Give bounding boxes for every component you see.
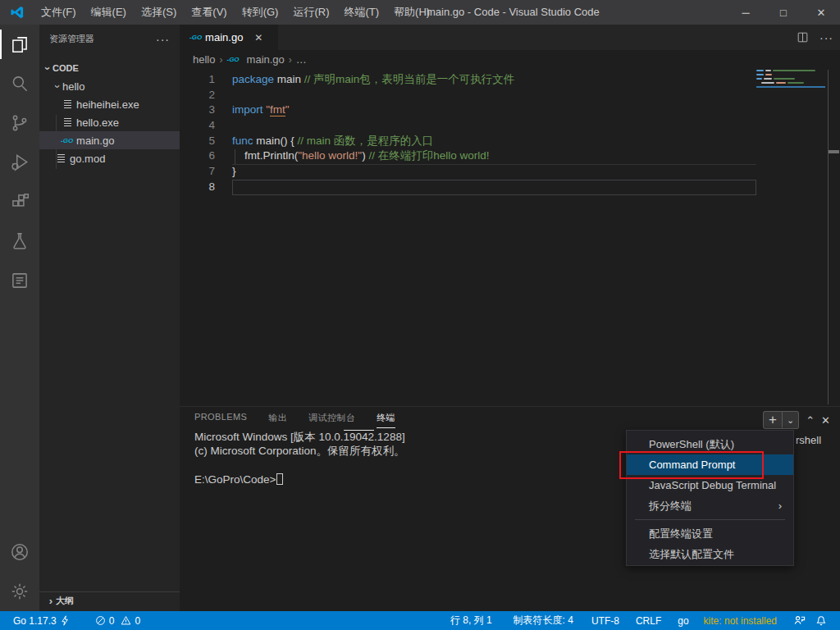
status-language[interactable]: go: [673, 615, 693, 627]
maximize-button[interactable]: □: [765, 0, 802, 25]
code-lines: package main // 声明main包，表明当前是一个可执行文件impo…: [232, 72, 756, 195]
file-icon: [64, 100, 71, 108]
account-icon[interactable]: [0, 532, 39, 572]
go-file-icon: -GO: [226, 56, 239, 63]
menu-item-command-prompt[interactable]: Command Prompt: [627, 454, 793, 475]
breadcrumb-hello[interactable]: hello: [193, 53, 215, 66]
menu-item-split-terminal[interactable]: 拆分终端 ›: [627, 495, 793, 516]
breadcrumb-main-go[interactable]: main.go: [247, 53, 285, 66]
terminal-profile-dropdown-icon[interactable]: ⌄: [782, 412, 798, 428]
menu-item-select-default-profile[interactable]: 选择默认配置文件: [627, 544, 793, 564]
line-number: 5: [180, 134, 232, 149]
source-control-icon[interactable]: [0, 103, 39, 143]
testing-icon[interactable]: [0, 221, 39, 261]
extensions-icon[interactable]: [0, 182, 39, 221]
menu-run[interactable]: 运行(R): [285, 0, 336, 25]
file-tree: › hello heiheihei.exe hello.exe -GO main…: [39, 77, 180, 167]
minimap[interactable]: [756, 70, 825, 88]
breadcrumb: hello › -GO main.go › …: [180, 50, 840, 69]
terminal-line: E:\GoPro\Code>: [194, 472, 405, 486]
status-tab-size[interactable]: 制表符长度: 4: [509, 614, 578, 628]
menu-terminal[interactable]: 终端(T): [336, 0, 386, 25]
line-number: 3: [180, 103, 232, 118]
line-number: 4: [180, 118, 232, 134]
tab-terminal[interactable]: 终端: [377, 412, 395, 428]
code-line[interactable]: import "fmt": [232, 103, 756, 118]
maximize-panel-icon[interactable]: ⌃: [806, 414, 815, 427]
code-line[interactable]: package main // 声明main包，表明当前是一个可执行文件: [232, 72, 756, 88]
breadcrumb-symbol[interactable]: …: [296, 53, 307, 66]
sidebar-title: 资源管理器: [49, 33, 94, 45]
close-window-button[interactable]: ✕: [802, 0, 840, 25]
terminal-output[interactable]: Microsoft Windows [版本 10.0.19042.1288](c…: [194, 430, 405, 486]
menu-item-powershell[interactable]: PowerShell (默认): [627, 434, 793, 454]
tab-output[interactable]: 输出: [268, 412, 287, 428]
terminal-profile-menu: PowerShell (默认) Command Prompt JavaScrip…: [626, 430, 794, 566]
minimize-button[interactable]: ─: [727, 0, 765, 25]
tree-item-main-go[interactable]: -GO main.go: [39, 131, 180, 149]
code-line[interactable]: }: [232, 164, 756, 180]
run-debug-icon[interactable]: [0, 143, 39, 182]
menu-item-configure-terminal[interactable]: 配置终端设置: [627, 523, 793, 544]
close-tab-icon[interactable]: ✕: [254, 32, 262, 43]
status-encoding[interactable]: UTF-8: [587, 615, 624, 627]
file-label: hello.exe: [76, 116, 119, 129]
tree-item-hello-folder[interactable]: › hello: [39, 77, 180, 95]
tree-item-heiheihei-exe[interactable]: heiheihei.exe: [39, 95, 180, 113]
lightning-icon: [60, 615, 71, 626]
file-label: heiheihei.exe: [76, 98, 139, 111]
chevron-right-icon: ›: [289, 54, 292, 66]
section-code-label: CODE: [52, 63, 79, 73]
tab-debug-console[interactable]: 调试控制台: [308, 412, 355, 428]
editor-gutter: 12345678: [180, 72, 232, 195]
code-line[interactable]: [232, 118, 756, 134]
settings-gear-icon[interactable]: [0, 572, 39, 611]
menu-file[interactable]: 文件(F): [34, 0, 84, 25]
menu-divider: [635, 519, 785, 520]
tree-item-hello-exe[interactable]: hello.exe: [39, 113, 180, 131]
new-terminal-split-button[interactable]: + ⌄: [763, 411, 799, 429]
line-number: 2: [180, 88, 232, 103]
code-line[interactable]: func main() { // main 函数，是程序的入口: [232, 134, 756, 149]
menu-item-js-debug-terminal[interactable]: JavaScript Debug Terminal: [627, 475, 793, 495]
go-file-icon: -GO: [189, 34, 202, 41]
feedback-icon[interactable]: [788, 614, 810, 627]
error-count: 0: [109, 615, 115, 627]
status-problems[interactable]: 0 0: [90, 615, 145, 627]
split-editor-icon[interactable]: [796, 30, 810, 44]
error-icon: [95, 615, 106, 626]
status-eol[interactable]: CRLF: [631, 615, 666, 627]
status-go-version[interactable]: Go 1.17.3: [8, 615, 75, 627]
overview-ruler[interactable]: [828, 70, 840, 404]
menu-selection[interactable]: 选择(S): [134, 0, 184, 25]
code-line[interactable]: fmt.Println("hello world!") // 在终端打印hell…: [232, 148, 756, 164]
code-editor[interactable]: 12345678 package main // 声明main包，表明当前是一个…: [180, 69, 840, 406]
sidebar-more-actions-icon[interactable]: ···: [156, 33, 170, 46]
menu-edit[interactable]: 编辑(E): [84, 0, 134, 25]
file-label: go.mod: [70, 153, 105, 165]
status-kite[interactable]: kite: not installed: [699, 615, 782, 627]
menu-go[interactable]: 转到(G): [235, 0, 286, 25]
editor-more-actions-icon[interactable]: ···: [819, 31, 833, 44]
notifications-bell-icon[interactable]: [810, 615, 832, 627]
submenu-arrow-icon: ›: [778, 495, 782, 516]
status-cursor-position[interactable]: 行 8, 列 1: [445, 614, 497, 628]
chevron-down-icon: ›: [42, 63, 54, 73]
explorer-icon[interactable]: [0, 25, 39, 64]
tab-main-go[interactable]: -GO main.go ✕: [180, 25, 278, 50]
menu-view[interactable]: 查看(V): [184, 0, 234, 25]
section-code[interactable]: › CODE: [39, 59, 180, 77]
tab-bar: -GO main.go ✕ ···: [180, 25, 840, 50]
status-bar: Go 1.17.3 0 0 行 8, 列 1 制表符长度: 4 UTF-8 CR…: [0, 611, 840, 630]
tab-problems[interactable]: PROBLEMS: [194, 412, 247, 428]
new-terminal-icon[interactable]: +: [764, 412, 782, 428]
terminal-line: Microsoft Windows [版本 10.0.19042.1288]: [194, 430, 405, 444]
code-line[interactable]: [232, 180, 756, 195]
code-line[interactable]: [232, 88, 756, 103]
output-list-icon[interactable]: [0, 261, 39, 300]
section-outline[interactable]: › 大纲: [39, 591, 180, 609]
tree-item-go-mod[interactable]: go.mod: [39, 149, 180, 167]
search-icon[interactable]: [0, 64, 39, 103]
close-panel-icon[interactable]: ✕: [821, 414, 830, 427]
terminal-list-item-fragment[interactable]: rshell: [796, 434, 821, 446]
